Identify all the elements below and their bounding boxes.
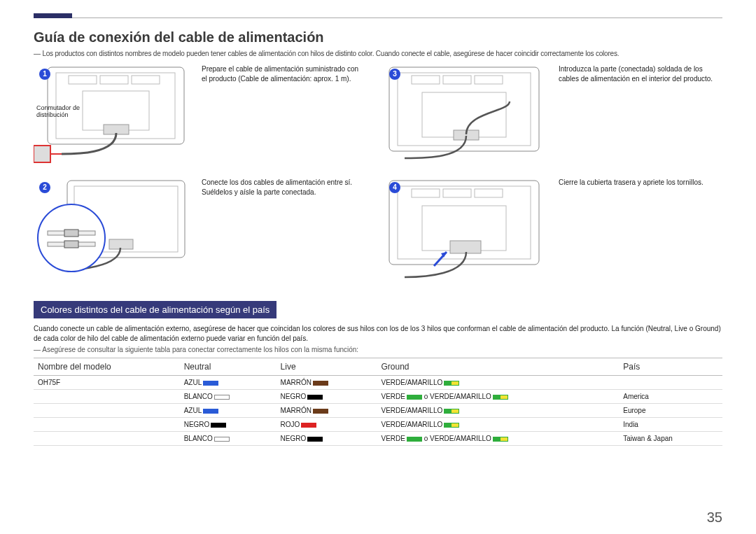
cell-live: ROJO (276, 418, 377, 432)
svg-rect-4 (132, 76, 160, 84)
cell-live: NEGRO (276, 390, 377, 404)
svg-rect-26 (412, 189, 440, 197)
steps-grid: 1 Conmutador de distribución (34, 63, 722, 288)
step-3-figure: 3 (384, 63, 545, 168)
swatch-white-icon (214, 437, 230, 442)
cell-ground: VERDE o VERDE/AMARILLO (377, 432, 619, 446)
cell-country: Taiwan & Japan (619, 432, 722, 446)
cell-model (34, 432, 180, 446)
section-title: Guía de conexión del cable de alimentaci… (34, 29, 722, 45)
step-number-badge: 1 (39, 69, 50, 80)
step-1-figure: 1 Conmutador de distribución (34, 63, 188, 168)
swatch-greenyellow-icon (444, 409, 459, 414)
swatch-black-icon (307, 437, 323, 442)
subsection-title: Colores distintos del cable de alimentac… (34, 301, 276, 318)
svg-rect-18 (109, 239, 133, 249)
step-2-text: Conecte los dos cables de alimentación e… (202, 176, 370, 197)
cell-neutral: BLANCO (180, 390, 276, 404)
swatch-brown-icon (313, 409, 328, 414)
swatch-greenyellow-icon (493, 437, 508, 442)
cell-ground: VERDE/AMARILLO (377, 404, 619, 418)
swatch-red-icon (301, 423, 316, 428)
table-row: BLANCO NEGRO VERDE o VERDE/AMARILLO Amer… (34, 390, 722, 404)
cell-ground: VERDE/AMARILLO (377, 376, 619, 390)
step-2-figure: 2 (34, 176, 188, 288)
svg-point-19 (38, 204, 105, 272)
col-ground: Ground (377, 358, 619, 376)
svg-rect-21 (64, 230, 78, 237)
cell-neutral: AZUL (180, 376, 276, 390)
cell-country: America (619, 390, 722, 404)
svg-rect-30 (450, 241, 481, 253)
swatch-blue-icon (203, 381, 218, 386)
cell-model: OH75F (34, 376, 180, 390)
svg-rect-2 (69, 76, 97, 84)
svg-rect-12 (443, 76, 471, 84)
page-number: 35 (707, 510, 722, 526)
table-row: BLANCO NEGRO VERDE o VERDE/AMARILLO Taiw… (34, 432, 722, 446)
cell-live: MARRÓN (276, 376, 377, 390)
svg-rect-27 (443, 189, 471, 197)
cell-model (34, 418, 180, 432)
cell-country (619, 376, 722, 390)
swatch-greenyellow-icon (444, 423, 459, 428)
col-neutral: Neutral (180, 358, 276, 376)
table-row: AZUL MARRÓN VERDE/AMARILLO Europe (34, 404, 722, 418)
cell-country: Europe (619, 404, 722, 418)
swatch-black-icon (211, 423, 226, 428)
section-lead: ― Los productos con distintos nombres de… (34, 50, 722, 57)
cell-neutral: NEGRO (180, 418, 276, 432)
svg-rect-23 (64, 241, 78, 248)
table-row: OH75F AZUL MARRÓN VERDE/AMARILLO (34, 376, 722, 390)
cell-ground: VERDE o VERDE/AMARILLO (377, 390, 619, 404)
svg-rect-7 (34, 146, 50, 162)
svg-rect-6 (104, 125, 129, 134)
step-4-text: Cierre la cubierta trasera y apriete los… (559, 176, 722, 188)
cell-ground: VERDE/AMARILLO (377, 418, 619, 432)
step-number-badge: 4 (389, 182, 400, 193)
svg-rect-13 (475, 76, 503, 84)
step-4-svg (384, 176, 545, 288)
cell-live: NEGRO (276, 432, 377, 446)
subsection-lead: Cuando conecte un cable de alimentación … (34, 324, 722, 343)
table-row: NEGRO ROJO VERDE/AMARILLO India (34, 418, 722, 432)
svg-rect-28 (475, 189, 503, 197)
swatch-white-icon (214, 395, 230, 400)
swatch-brown-icon (313, 381, 328, 386)
step-1-text: Prepare el cable de alimentación suminis… (202, 63, 370, 83)
wire-color-table: Nombre del modelo Neutral Live Ground Pa… (34, 358, 722, 446)
swatch-green-icon (407, 395, 422, 400)
cell-model (34, 404, 180, 418)
step-number-badge: 3 (389, 69, 400, 80)
header-rule (34, 17, 722, 18)
col-country: País (619, 358, 722, 376)
step-3-svg (384, 63, 545, 168)
col-live: Live (276, 358, 377, 376)
swatch-black-icon (307, 395, 323, 400)
swatch-greenyellow-icon (444, 381, 459, 386)
cell-country: India (619, 418, 722, 432)
table-header-row: Nombre del modelo Neutral Live Ground Pa… (34, 358, 722, 376)
swatch-green-icon (407, 437, 422, 442)
step-number-badge: 2 (39, 182, 50, 193)
step-3-text: Introduzca la parte (conectada) soldada … (559, 63, 722, 83)
cell-neutral: BLANCO (180, 432, 276, 446)
cell-live: MARRÓN (276, 404, 377, 418)
svg-rect-3 (100, 76, 128, 84)
col-model: Nombre del modelo (34, 358, 180, 376)
swatch-blue-icon (203, 409, 218, 414)
subsection-footnote: ― Asegúrese de consultar la siguiente ta… (34, 346, 722, 353)
step-2-svg (34, 176, 188, 288)
cell-model (34, 390, 180, 404)
step-4-figure: 4 (384, 176, 545, 288)
swatch-greenyellow-icon (493, 395, 508, 400)
cell-neutral: AZUL (180, 404, 276, 418)
manual-page: Guía de conexión del cable de alimentaci… (0, 0, 756, 453)
distribution-switch-label: Conmutador de distribución (36, 105, 92, 119)
svg-rect-11 (412, 76, 440, 84)
